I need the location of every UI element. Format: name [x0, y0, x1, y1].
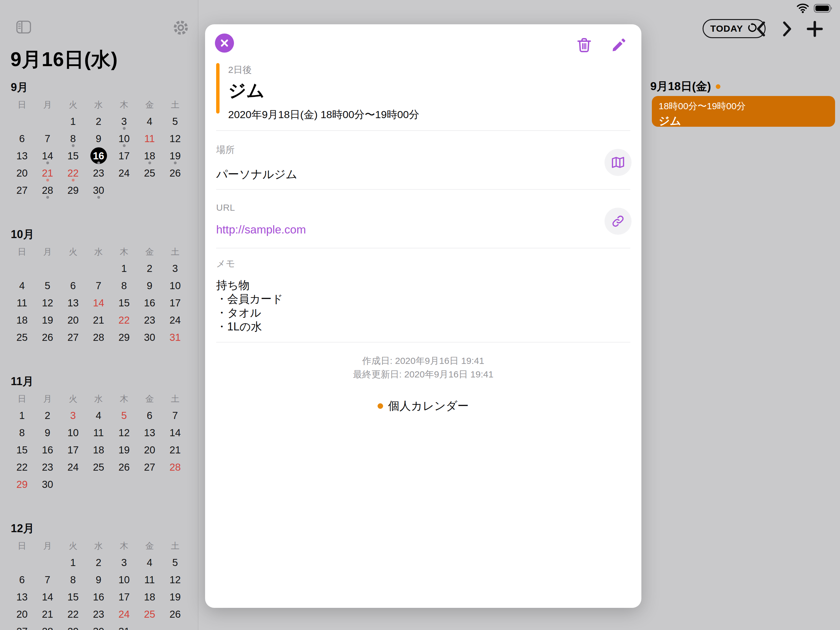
day-cell[interactable]: 17 — [60, 441, 86, 458]
day-cell[interactable]: 22 — [60, 164, 86, 182]
day-cell[interactable]: 17 — [163, 294, 188, 311]
day-cell[interactable]: 5 — [163, 554, 188, 571]
day-cell[interactable]: 6 — [9, 571, 35, 588]
day-cell[interactable]: 9 — [35, 424, 60, 441]
day-cell[interactable]: 15 — [60, 588, 86, 605]
day-cell[interactable]: 6 — [60, 277, 86, 294]
day-cell[interactable]: 12 — [111, 424, 137, 441]
day-cell[interactable]: 23 — [86, 164, 111, 182]
day-cell[interactable]: 19 — [111, 441, 137, 458]
day-cell[interactable]: 29 — [9, 476, 35, 493]
next-day-button[interactable] — [778, 20, 796, 38]
day-cell[interactable]: 21 — [163, 441, 188, 458]
day-cell[interactable]: 10 — [60, 424, 86, 441]
day-cell[interactable]: 25 — [86, 458, 111, 476]
calendar-assignment[interactable]: 個人カレンダー — [205, 398, 641, 414]
day-cell[interactable]: 18 — [137, 147, 163, 164]
day-cell[interactable]: 29 — [60, 623, 86, 630]
day-cell[interactable]: 4 — [137, 112, 163, 130]
day-cell[interactable]: 5 — [163, 112, 188, 130]
day-cell[interactable]: 30 — [86, 623, 111, 630]
day-cell[interactable]: 4 — [86, 407, 111, 424]
day-cell[interactable]: 9 — [137, 277, 163, 294]
day-cell[interactable]: 15 — [9, 441, 35, 458]
day-cell[interactable]: 18 — [86, 441, 111, 458]
day-cell[interactable]: 16 — [86, 588, 111, 605]
day-cell[interactable]: 9 — [86, 130, 111, 147]
day-cell[interactable]: 26 — [163, 164, 188, 182]
day-cell[interactable]: 17 — [111, 588, 137, 605]
day-cell[interactable]: 8 — [111, 277, 137, 294]
day-cell[interactable]: 2 — [86, 554, 111, 571]
day-cell[interactable]: 16 — [35, 441, 60, 458]
day-cell[interactable]: 28 — [163, 458, 188, 476]
day-cell[interactable]: 12 — [163, 130, 188, 147]
day-cell[interactable]: 31 — [163, 329, 188, 346]
settings-gear-icon[interactable] — [172, 19, 189, 38]
day-cell[interactable]: 20 — [60, 311, 86, 329]
close-button[interactable] — [215, 33, 234, 52]
day-cell[interactable]: 19 — [35, 311, 60, 329]
day-cell[interactable]: 21 — [35, 164, 60, 182]
day-cell[interactable]: 10 — [111, 130, 137, 147]
day-cell[interactable]: 2 — [137, 260, 163, 277]
day-cell[interactable]: 23 — [86, 605, 111, 623]
add-event-button[interactable] — [806, 20, 823, 38]
day-cell[interactable]: 22 — [111, 311, 137, 329]
day-cell[interactable]: 25 — [9, 329, 35, 346]
day-cell[interactable]: 4 — [137, 554, 163, 571]
day-cell[interactable]: 6 — [9, 130, 35, 147]
day-cell[interactable]: 1 — [60, 554, 86, 571]
day-cell[interactable]: 15 — [60, 147, 86, 164]
day-cell[interactable]: 21 — [35, 605, 60, 623]
day-cell[interactable]: 18 — [137, 588, 163, 605]
day-cell[interactable]: 2 — [86, 112, 111, 130]
open-link-button[interactable] — [605, 207, 632, 235]
day-cell[interactable]: 5 — [35, 277, 60, 294]
sidebar-toggle-icon[interactable] — [16, 20, 32, 35]
day-cell[interactable]: 12 — [35, 294, 60, 311]
day-cell[interactable]: 13 — [9, 147, 35, 164]
day-cell[interactable]: 28 — [35, 182, 60, 199]
day-cell[interactable]: 10 — [163, 277, 188, 294]
url-link[interactable]: http://sample.com — [216, 223, 630, 236]
day-cell[interactable]: 22 — [60, 605, 86, 623]
day-cell[interactable]: 11 — [9, 294, 35, 311]
day-cell[interactable]: 4 — [9, 277, 35, 294]
day-cell[interactable]: 5 — [111, 407, 137, 424]
day-cell[interactable]: 14 — [163, 424, 188, 441]
day-cell[interactable]: 27 — [60, 329, 86, 346]
day-cell[interactable]: 27 — [137, 458, 163, 476]
day-cell[interactable]: 24 — [111, 164, 137, 182]
day-cell[interactable]: 11 — [86, 424, 111, 441]
day-cell[interactable]: 27 — [9, 623, 35, 630]
day-cell[interactable]: 23 — [35, 458, 60, 476]
day-cell[interactable]: 29 — [111, 329, 137, 346]
edit-event-button[interactable] — [609, 36, 628, 54]
day-cell[interactable]: 7 — [163, 407, 188, 424]
day-cell[interactable]: 30 — [137, 329, 163, 346]
day-cell[interactable]: 3 — [111, 112, 137, 130]
day-cell[interactable]: 26 — [163, 605, 188, 623]
day-cell[interactable]: 13 — [9, 588, 35, 605]
day-cell[interactable]: 18 — [9, 311, 35, 329]
day-cell[interactable]: 7 — [86, 277, 111, 294]
day-cell[interactable]: 20 — [9, 164, 35, 182]
day-cell[interactable]: 8 — [9, 424, 35, 441]
day-cell[interactable]: 26 — [35, 329, 60, 346]
previous-day-button[interactable] — [752, 20, 770, 38]
day-cell[interactable]: 17 — [111, 147, 137, 164]
day-cell[interactable]: 1 — [9, 407, 35, 424]
day-cell[interactable]: 11 — [137, 130, 163, 147]
day-cell[interactable]: 1 — [111, 260, 137, 277]
open-map-button[interactable] — [605, 149, 632, 176]
day-cell[interactable]: 12 — [163, 571, 188, 588]
day-cell[interactable]: 23 — [137, 311, 163, 329]
day-cell[interactable]: 20 — [137, 441, 163, 458]
delete-event-button[interactable] — [575, 36, 594, 54]
day-cell[interactable]: 3 — [60, 407, 86, 424]
day-cell[interactable]: 2 — [35, 407, 60, 424]
day-cell[interactable]: 24 — [163, 311, 188, 329]
day-cell[interactable]: 20 — [9, 605, 35, 623]
day-cell[interactable]: 28 — [35, 623, 60, 630]
